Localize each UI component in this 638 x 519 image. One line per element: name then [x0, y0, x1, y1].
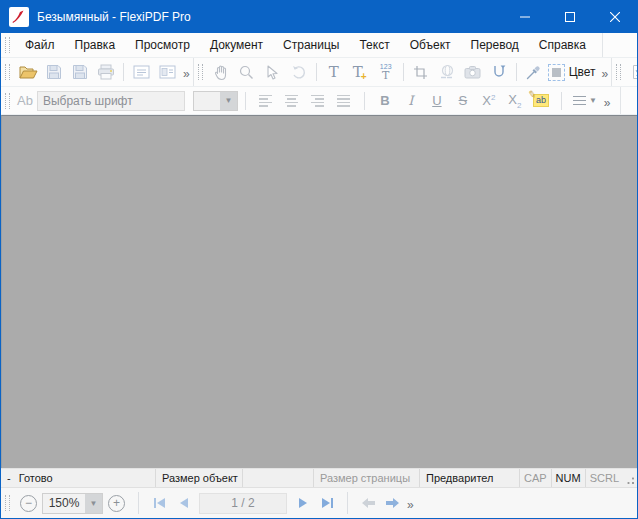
- add-text-button[interactable]: T+: [348, 60, 372, 84]
- strikethrough-icon: S: [459, 93, 468, 108]
- crop-button[interactable]: [409, 60, 433, 84]
- menu-pages[interactable]: Страницы: [273, 33, 349, 57]
- align-left-button[interactable]: [254, 89, 278, 113]
- line-spacing-button[interactable]: ▼: [570, 89, 600, 113]
- save-as-button[interactable]: [68, 60, 92, 84]
- history-forward-button[interactable]: [380, 491, 404, 515]
- link-button[interactable]: [435, 60, 459, 84]
- maximize-button[interactable]: [547, 1, 592, 33]
- eyedropper-button[interactable]: [522, 60, 546, 84]
- menu-document[interactable]: Документ: [200, 33, 273, 57]
- undo-button[interactable]: [287, 60, 311, 84]
- toolbar-separator: [123, 63, 124, 81]
- page-preview-button[interactable]: [155, 60, 179, 84]
- menu-translate[interactable]: Перевод: [461, 33, 529, 57]
- menu-edit[interactable]: Правка: [65, 33, 126, 57]
- next-page-button[interactable]: [291, 491, 315, 515]
- minimize-button[interactable]: [502, 1, 547, 33]
- highlight-button[interactable]: ✎ab: [529, 89, 553, 113]
- zoom-level-value[interactable]: 150%: [43, 494, 85, 513]
- zoom-out-button[interactable]: −: [20, 495, 37, 512]
- hand-tool-button[interactable]: [209, 60, 233, 84]
- page-ops-band-grip[interactable]: [616, 64, 621, 80]
- open-button[interactable]: [16, 60, 40, 84]
- save-icon: [46, 64, 62, 80]
- underline-icon: U: [432, 93, 441, 108]
- format-band-grip[interactable]: [5, 93, 10, 109]
- align-center-button[interactable]: [280, 89, 304, 113]
- font-size-field[interactable]: [194, 92, 220, 110]
- first-page-icon: [153, 497, 166, 509]
- color-button[interactable]: Цвет: [548, 60, 598, 84]
- reflow-icon: [491, 64, 507, 80]
- menubar-grip[interactable]: [5, 37, 10, 53]
- reflow-button[interactable]: [487, 60, 511, 84]
- print-button[interactable]: [94, 60, 118, 84]
- back-arrow-icon: [361, 497, 376, 509]
- page-layout-icon: [133, 65, 150, 79]
- bottombar-grip[interactable]: [5, 495, 10, 511]
- edit-text-button[interactable]: T: [322, 60, 346, 84]
- bottombar-overflow[interactable]: »: [404, 494, 417, 512]
- align-right-icon: [311, 95, 324, 107]
- menu-file[interactable]: Файл: [15, 33, 65, 57]
- file-band-grip[interactable]: [5, 64, 10, 80]
- strikethrough-button[interactable]: S: [451, 89, 475, 113]
- close-button[interactable]: [592, 1, 637, 33]
- underline-button[interactable]: U: [425, 89, 449, 113]
- last-page-button[interactable]: [315, 491, 339, 515]
- bottom-toolbar: − 150% ▼ + 1 / 2: [1, 487, 637, 518]
- first-page-button[interactable]: [147, 491, 171, 515]
- subscript-button[interactable]: X2: [503, 89, 527, 113]
- menu-object[interactable]: Объект: [400, 33, 461, 57]
- zoom-level-combo[interactable]: 150% ▼: [42, 493, 103, 514]
- resize-grip[interactable]: [623, 469, 637, 487]
- forward-arrow-icon: [385, 497, 400, 509]
- previous-page-button[interactable]: [171, 491, 195, 515]
- menu-text[interactable]: Текст: [349, 33, 399, 57]
- text-add-plus-icon: +: [361, 71, 367, 82]
- font-name-input[interactable]: Выбрать шрифт: [37, 91, 185, 111]
- save-button[interactable]: [42, 60, 66, 84]
- window-title: Безымянный - FlexiPDF Pro: [37, 10, 502, 24]
- zoom-tool-button[interactable]: [235, 60, 259, 84]
- status-dash: -: [7, 472, 11, 484]
- format-band-overflow[interactable]: »: [601, 92, 614, 110]
- select-tool-button[interactable]: [261, 60, 285, 84]
- chevron-down-icon: ▼: [224, 96, 232, 105]
- menubar-band-separator: [602, 33, 603, 57]
- minus-icon: −: [25, 496, 32, 510]
- tools-band-overflow[interactable]: »: [599, 63, 612, 81]
- status-empty-cell: [243, 469, 314, 487]
- title-bar[interactable]: Безымянный - FlexiPDF Pro: [1, 1, 637, 33]
- page-indicator-field[interactable]: 1 / 2: [199, 493, 287, 514]
- page-number-icon: 123 T: [380, 63, 392, 81]
- page-refresh-button[interactable]: [627, 60, 638, 84]
- document-canvas[interactable]: [1, 115, 637, 468]
- color-button-label: Цвет: [569, 65, 596, 79]
- page-number-button[interactable]: 123 T: [374, 60, 398, 84]
- zoom-in-button[interactable]: +: [108, 495, 125, 512]
- snapshot-button[interactable]: [461, 60, 485, 84]
- superscript-button[interactable]: X2: [477, 89, 501, 113]
- align-justify-button[interactable]: [332, 89, 356, 113]
- file-band-overflow[interactable]: »: [180, 63, 193, 81]
- highlighter-icon: ✎ab: [533, 94, 549, 107]
- italic-button[interactable]: I: [399, 89, 423, 113]
- chevron-down-icon: ▼: [589, 96, 597, 105]
- font-size-dropdown[interactable]: ▼: [220, 92, 237, 110]
- bold-button[interactable]: B: [373, 89, 397, 113]
- single-page-view-button[interactable]: [129, 60, 153, 84]
- history-back-button[interactable]: [356, 491, 380, 515]
- menu-view[interactable]: Просмотр: [125, 33, 200, 57]
- zoom-level-dropdown[interactable]: ▼: [85, 494, 102, 513]
- app-window: Безымянный - FlexiPDF Pro Файл Правка Пр…: [0, 0, 638, 519]
- tools-band-grip[interactable]: [198, 64, 203, 80]
- font-size-combo[interactable]: ▼: [193, 91, 238, 111]
- crop-icon: [413, 65, 428, 80]
- align-right-button[interactable]: [306, 89, 330, 113]
- toolbar-separator: [245, 92, 246, 110]
- superscript-icon: X2: [482, 93, 495, 108]
- status-scroll-indicator: SCRL: [586, 469, 623, 487]
- menu-help[interactable]: Справка: [529, 33, 596, 57]
